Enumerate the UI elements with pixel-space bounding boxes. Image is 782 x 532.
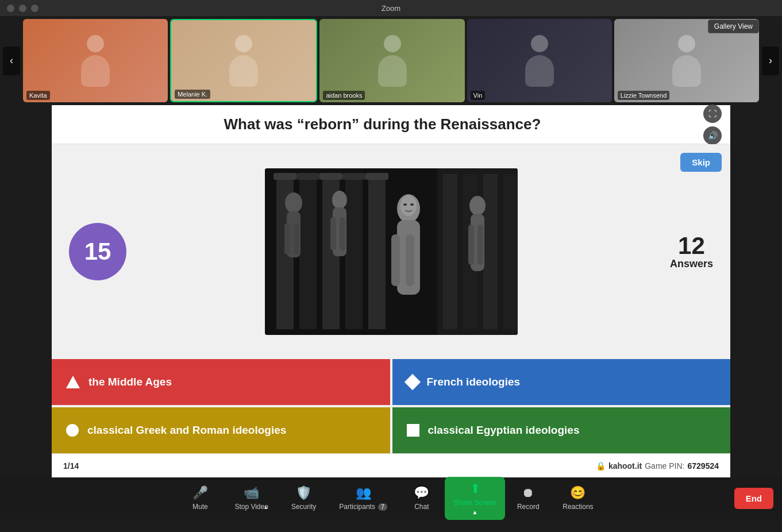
- gallery-strip: ‹ Kavita Melanie K. aidan brooks: [0, 16, 782, 105]
- taskbar-share-screen[interactable]: ⬆ Share Screen ▲: [445, 477, 505, 520]
- reactions-icon: 😊: [570, 485, 585, 500]
- participant-name-melanie: Melanie K.: [175, 90, 210, 99]
- microphone-icon: 🎤: [192, 485, 208, 500]
- answer-options: the Middle Ages French ideologies classi…: [52, 359, 730, 453]
- participant-thumb-vin: Vin: [467, 19, 612, 102]
- svg-point-15: [332, 191, 347, 209]
- left-panel: [0, 105, 52, 477]
- record-label: Record: [517, 503, 540, 511]
- participant-name-kavita: Kavita: [26, 91, 50, 100]
- participants-icon: 👥: [356, 485, 371, 500]
- kahoot-bottom-bar: 1/14 🔒 kahoot.it Game PIN: 6729524: [52, 453, 730, 477]
- taskbar: 🎤 Mute ▲ 📹 Stop Video ▲ 🛡️ Security 👥 Pa…: [0, 477, 782, 519]
- diamond-icon: [404, 374, 420, 390]
- mute-label: Mute: [192, 503, 208, 511]
- titlebar: Zoom: [0, 0, 782, 16]
- reactions-label: Reactions: [563, 503, 593, 511]
- svg-rect-27: [443, 174, 457, 329]
- chat-icon: 💬: [414, 485, 429, 500]
- svg-rect-9: [342, 173, 365, 180]
- taskbar-chat[interactable]: 💬 Chat: [399, 481, 445, 515]
- gallery-view-button[interactable]: Gallery View: [708, 20, 759, 33]
- taskbar-stop-video[interactable]: 📹 Stop Video ▲: [223, 481, 280, 515]
- svg-rect-34: [477, 225, 483, 265]
- chat-label: Chat: [414, 503, 429, 511]
- middle-area: 15: [52, 144, 730, 359]
- answer-text-d: classical Egyptian ideologies: [428, 424, 580, 437]
- participants-badge: 7: [378, 503, 387, 511]
- page-indicator: 1/14: [63, 461, 79, 471]
- taskbar-mute[interactable]: 🎤 Mute ▲: [177, 481, 223, 515]
- svg-rect-6: [273, 173, 296, 180]
- video-icon: 📹: [244, 485, 259, 500]
- answer-text-a: the Middle Ages: [88, 376, 172, 388]
- answer-option-c[interactable]: classical Greek and Roman ideologies: [52, 407, 390, 453]
- svg-rect-17: [330, 217, 336, 250]
- answers-number: 12: [670, 234, 713, 258]
- participant-thumb-aidan: aidan brooks: [319, 19, 464, 102]
- share-screen-icon: ⬆: [470, 481, 480, 496]
- minimize-dot[interactable]: [19, 5, 26, 12]
- expand-button[interactable]: ⛶: [703, 105, 722, 123]
- end-button[interactable]: End: [734, 488, 773, 509]
- participant-name-aidan: aidan brooks: [323, 91, 365, 100]
- participant-thumb-kavita: Kavita: [23, 19, 168, 102]
- skip-button[interactable]: Skip: [680, 153, 722, 172]
- svg-rect-8: [319, 173, 342, 180]
- taskbar-record[interactable]: ⏺ Record: [505, 481, 551, 515]
- main-content: What was “reborn” during the Renaissance…: [52, 105, 730, 477]
- svg-rect-30: [503, 174, 518, 329]
- participant-name-lizzie: Lizzie Townsend: [618, 91, 670, 100]
- question-text: What was “reborn” during the Renaissance…: [224, 115, 541, 133]
- taskbar-participants[interactable]: 👥 Participants 7: [328, 481, 399, 515]
- svg-rect-7: [296, 173, 319, 180]
- game-pin-label: Game PIN:: [645, 461, 684, 471]
- share-screen-label: Share Screen: [454, 499, 496, 507]
- circle-icon: [66, 424, 79, 437]
- kahoot-info: 🔒 kahoot.it Game PIN: 6729524: [596, 461, 719, 471]
- app-title: Zoom: [382, 4, 400, 13]
- svg-point-24: [403, 203, 407, 206]
- record-icon: ⏺: [522, 485, 534, 500]
- answer-option-b[interactable]: French ideologies: [392, 359, 731, 405]
- svg-rect-21: [391, 234, 400, 286]
- triangle-icon: [66, 376, 80, 388]
- svg-rect-5: [368, 174, 386, 329]
- svg-rect-29: [483, 174, 498, 329]
- statue-image: [265, 168, 518, 335]
- share-caret-icon[interactable]: ▲: [472, 509, 478, 515]
- answer-option-a[interactable]: the Middle Ages: [52, 359, 390, 405]
- participant-name-vin: Vin: [471, 91, 486, 100]
- volume-button[interactable]: 🔊: [703, 126, 722, 145]
- gallery-prev-button[interactable]: ‹: [3, 47, 20, 75]
- maximize-dot[interactable]: [31, 5, 38, 12]
- svg-rect-13: [284, 223, 290, 255]
- taskbar-reactions[interactable]: 😊 Reactions: [551, 481, 604, 515]
- svg-rect-22: [406, 234, 414, 286]
- svg-point-23: [400, 195, 417, 216]
- header-controls: ⛶ 🔊: [703, 105, 722, 145]
- answers-count: 12 Answers: [670, 234, 713, 270]
- kahoot-brand: kahoot.it: [608, 461, 642, 471]
- svg-point-31: [469, 196, 486, 215]
- answer-option-d[interactable]: classical Egyptian ideologies: [392, 407, 731, 453]
- svg-rect-4: [345, 174, 363, 329]
- timer-circle: 15: [69, 223, 126, 280]
- svg-rect-18: [340, 217, 345, 250]
- svg-rect-2: [299, 174, 317, 329]
- square-icon: [407, 424, 419, 437]
- gallery-next-button[interactable]: ›: [762, 47, 779, 75]
- question-header: What was “reborn” during the Renaissance…: [52, 105, 730, 144]
- participants-label: Participants 7: [339, 503, 387, 511]
- taskbar-security[interactable]: 🛡️ Security: [280, 481, 328, 515]
- participant-thumb-melanie: Melanie K.: [170, 19, 317, 102]
- game-pin-value: 6729524: [687, 461, 719, 471]
- svg-rect-33: [468, 225, 474, 265]
- close-dot[interactable]: [7, 5, 14, 12]
- svg-rect-10: [365, 173, 388, 180]
- answer-text-c: classical Greek and Roman ideologies: [87, 424, 286, 437]
- video-caret-icon[interactable]: ▲: [263, 504, 269, 510]
- answer-text-b: French ideologies: [427, 376, 521, 388]
- lock-icon: 🔒: [596, 461, 606, 471]
- security-label: Security: [291, 503, 316, 511]
